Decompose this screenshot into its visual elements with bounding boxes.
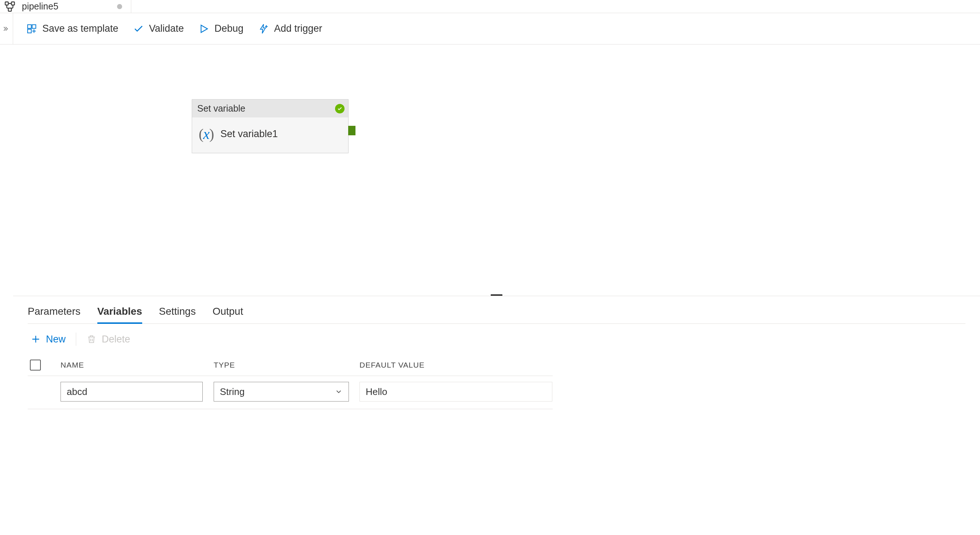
svg-rect-1 [11, 2, 14, 5]
svg-rect-5 [28, 29, 31, 33]
add-trigger-button[interactable]: Add trigger [258, 23, 322, 34]
trash-icon [86, 334, 97, 344]
debug-button[interactable]: Debug [198, 23, 243, 34]
activity-node-body: (x) Set variable1 [192, 118, 348, 153]
pipeline-canvas[interactable]: Set variable (x) Set variable1 [13, 45, 980, 296]
delete-variable-button: Delete [86, 334, 130, 345]
variable-name-input[interactable] [60, 382, 203, 401]
save-template-icon [26, 23, 37, 34]
variables-toolbar: New Delete [28, 324, 966, 356]
document-tab-name: pipeline5 [22, 1, 58, 12]
variables-table-head: NAME TYPE DEFAULT VALUE [28, 356, 553, 376]
tab-variables[interactable]: Variables [97, 306, 142, 324]
variables-table: NAME TYPE DEFAULT VALUE String [28, 356, 553, 409]
variable-default-input[interactable] [360, 382, 552, 401]
svg-rect-0 [5, 2, 8, 5]
svg-rect-4 [32, 24, 36, 28]
editor-toolbar: Save as template Validate Debug [0, 13, 980, 45]
pipeline-icon [4, 0, 16, 13]
svg-rect-3 [28, 24, 31, 28]
validate-label: Validate [149, 23, 184, 34]
properties-tabs: Parameters Variables Settings Output [28, 296, 966, 324]
play-outline-icon [198, 23, 209, 34]
column-header-default: DEFAULT VALUE [360, 361, 556, 369]
toolbar-separator [76, 333, 76, 346]
document-tab-row: pipeline5 [0, 0, 980, 13]
lightning-plus-icon [258, 23, 269, 34]
save-as-template-button[interactable]: Save as template [26, 23, 118, 34]
activity-node-set-variable[interactable]: Set variable (x) Set variable1 [192, 99, 348, 153]
debug-label: Debug [215, 23, 243, 34]
delete-variable-label: Delete [102, 334, 130, 345]
new-variable-button[interactable]: New [30, 334, 65, 345]
document-tab[interactable]: pipeline5 [0, 0, 131, 13]
activity-name: Set variable1 [220, 128, 278, 140]
expand-sidebar-button[interactable] [0, 13, 13, 44]
variable-x-icon: (x) [199, 126, 214, 143]
new-variable-label: New [46, 334, 65, 345]
status-ok-icon [335, 104, 345, 113]
tab-parameters[interactable]: Parameters [28, 306, 81, 323]
select-all-checkbox[interactable] [30, 360, 41, 371]
validate-button[interactable]: Validate [133, 23, 184, 34]
plus-icon [30, 334, 41, 344]
variables-table-row: String [28, 376, 553, 409]
unsaved-indicator-icon [117, 4, 122, 9]
add-trigger-label: Add trigger [274, 23, 322, 34]
svg-rect-2 [8, 8, 12, 11]
success-connection-handle[interactable] [348, 126, 355, 135]
activity-type-label: Set variable [197, 103, 245, 114]
tab-output[interactable]: Output [213, 306, 243, 323]
chevron-down-icon [335, 388, 343, 396]
properties-panel: Parameters Variables Settings Output New… [13, 296, 980, 535]
column-header-type: TYPE [214, 361, 356, 369]
variable-type-value: String [220, 386, 245, 398]
check-icon [133, 23, 144, 34]
save-as-template-label: Save as template [42, 23, 118, 34]
tab-settings[interactable]: Settings [159, 306, 196, 323]
activity-node-header: Set variable [192, 100, 348, 118]
variable-type-select[interactable]: String [214, 382, 349, 401]
column-header-name: NAME [60, 361, 210, 369]
